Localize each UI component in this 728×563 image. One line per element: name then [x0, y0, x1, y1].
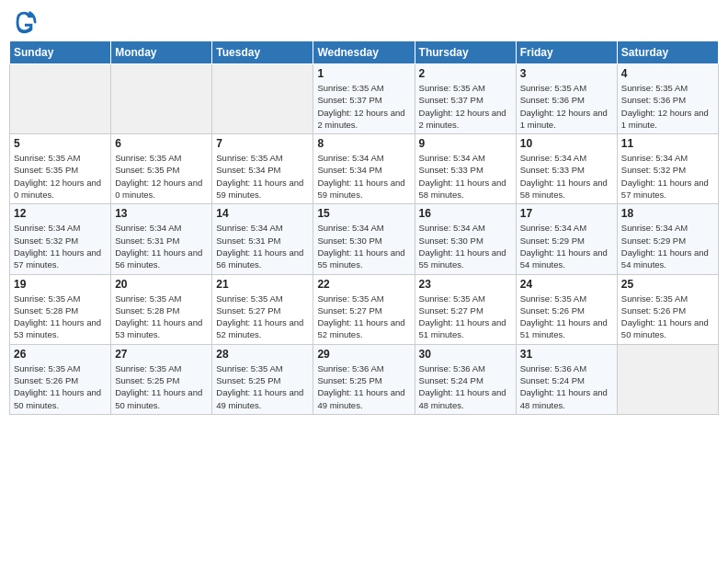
day-number: 10: [520, 137, 613, 150]
calendar-cell: 10Sunrise: 5:34 AM Sunset: 5:33 PM Dayli…: [516, 134, 617, 204]
calendar-cell: 2Sunrise: 5:35 AM Sunset: 5:37 PM Daylig…: [415, 64, 516, 134]
calendar-cell: 18Sunrise: 5:34 AM Sunset: 5:29 PM Dayli…: [617, 204, 718, 274]
day-info: Sunrise: 5:34 AM Sunset: 5:31 PM Dayligh…: [115, 222, 208, 270]
calendar-cell: 24Sunrise: 5:35 AM Sunset: 5:26 PM Dayli…: [516, 274, 617, 344]
day-info: Sunrise: 5:35 AM Sunset: 5:34 PM Dayligh…: [216, 152, 309, 201]
calendar-cell: 16Sunrise: 5:34 AM Sunset: 5:30 PM Dayli…: [415, 204, 516, 274]
weekday-header-sunday: Sunday: [10, 41, 111, 64]
calendar-cell: 9Sunrise: 5:34 AM Sunset: 5:33 PM Daylig…: [415, 134, 516, 204]
calendar-week-1: 5Sunrise: 5:35 AM Sunset: 5:35 PM Daylig…: [10, 134, 719, 204]
weekday-header-friday: Friday: [516, 41, 617, 64]
calendar-cell: 7Sunrise: 5:35 AM Sunset: 5:34 PM Daylig…: [212, 134, 313, 204]
day-number: 15: [317, 207, 410, 220]
day-number: 29: [317, 348, 410, 361]
calendar-cell: 27Sunrise: 5:35 AM Sunset: 5:25 PM Dayli…: [111, 344, 212, 414]
calendar-week-3: 19Sunrise: 5:35 AM Sunset: 5:28 PM Dayli…: [10, 274, 719, 344]
day-number: 11: [621, 137, 714, 150]
day-number: 30: [419, 348, 512, 361]
day-info: Sunrise: 5:35 AM Sunset: 5:25 PM Dayligh…: [216, 362, 309, 411]
weekday-header-wednesday: Wednesday: [313, 41, 415, 64]
calendar-cell: 12Sunrise: 5:34 AM Sunset: 5:32 PM Dayli…: [10, 204, 111, 274]
day-info: Sunrise: 5:34 AM Sunset: 5:31 PM Dayligh…: [216, 222, 309, 270]
calendar-cell: 31Sunrise: 5:36 AM Sunset: 5:24 PM Dayli…: [516, 344, 617, 414]
day-info: Sunrise: 5:34 AM Sunset: 5:29 PM Dayligh…: [520, 222, 613, 270]
weekday-header-thursday: Thursday: [415, 41, 516, 64]
weekday-header-monday: Monday: [111, 41, 212, 64]
calendar-cell: 17Sunrise: 5:34 AM Sunset: 5:29 PM Dayli…: [516, 204, 617, 274]
day-info: Sunrise: 5:36 AM Sunset: 5:24 PM Dayligh…: [419, 362, 512, 411]
day-info: Sunrise: 5:34 AM Sunset: 5:30 PM Dayligh…: [317, 222, 410, 270]
day-info: Sunrise: 5:34 AM Sunset: 5:34 PM Dayligh…: [317, 152, 410, 201]
calendar-cell: 21Sunrise: 5:35 AM Sunset: 5:27 PM Dayli…: [212, 274, 313, 344]
weekday-header-row: SundayMondayTuesdayWednesdayThursdayFrid…: [10, 41, 719, 64]
calendar-cell: 20Sunrise: 5:35 AM Sunset: 5:28 PM Dayli…: [111, 274, 212, 344]
day-info: Sunrise: 5:35 AM Sunset: 5:26 PM Dayligh…: [520, 293, 613, 341]
day-info: Sunrise: 5:36 AM Sunset: 5:25 PM Dayligh…: [317, 362, 410, 411]
calendar-cell: 3Sunrise: 5:35 AM Sunset: 5:36 PM Daylig…: [516, 64, 617, 134]
day-info: Sunrise: 5:35 AM Sunset: 5:26 PM Dayligh…: [621, 293, 714, 341]
day-number: 7: [216, 137, 309, 150]
day-number: 27: [115, 348, 208, 361]
calendar-table: SundayMondayTuesdayWednesdayThursdayFrid…: [9, 40, 719, 415]
day-number: 8: [317, 137, 410, 150]
calendar-cell: 8Sunrise: 5:34 AM Sunset: 5:34 PM Daylig…: [313, 134, 415, 204]
day-number: 1: [317, 67, 410, 80]
day-number: 28: [216, 348, 309, 361]
calendar-cell: 15Sunrise: 5:34 AM Sunset: 5:30 PM Dayli…: [313, 204, 415, 274]
day-number: 24: [520, 278, 613, 291]
calendar-week-4: 26Sunrise: 5:35 AM Sunset: 5:26 PM Dayli…: [10, 344, 719, 414]
day-number: 20: [115, 278, 208, 291]
day-number: 25: [621, 278, 714, 291]
day-info: Sunrise: 5:35 AM Sunset: 5:35 PM Dayligh…: [14, 152, 107, 201]
day-info: Sunrise: 5:34 AM Sunset: 5:29 PM Dayligh…: [621, 222, 714, 270]
calendar-cell: 26Sunrise: 5:35 AM Sunset: 5:26 PM Dayli…: [10, 344, 111, 414]
day-info: Sunrise: 5:35 AM Sunset: 5:36 PM Dayligh…: [621, 82, 714, 131]
day-number: 4: [621, 67, 714, 80]
weekday-header-saturday: Saturday: [617, 41, 718, 64]
calendar-cell: 30Sunrise: 5:36 AM Sunset: 5:24 PM Dayli…: [415, 344, 516, 414]
day-number: 2: [419, 67, 512, 80]
calendar-cell: [617, 344, 718, 414]
calendar-cell: [212, 64, 313, 134]
day-number: 17: [520, 207, 613, 220]
day-number: 21: [216, 278, 309, 291]
calendar-body: 1Sunrise: 5:35 AM Sunset: 5:37 PM Daylig…: [10, 64, 719, 415]
day-info: Sunrise: 5:35 AM Sunset: 5:25 PM Dayligh…: [115, 362, 208, 411]
day-info: Sunrise: 5:36 AM Sunset: 5:24 PM Dayligh…: [520, 362, 613, 411]
day-number: 14: [216, 207, 309, 220]
calendar-cell: 13Sunrise: 5:34 AM Sunset: 5:31 PM Dayli…: [111, 204, 212, 274]
calendar-week-2: 12Sunrise: 5:34 AM Sunset: 5:32 PM Dayli…: [10, 204, 719, 274]
calendar-cell: 6Sunrise: 5:35 AM Sunset: 5:35 PM Daylig…: [111, 134, 212, 204]
day-number: 12: [14, 207, 107, 220]
day-number: 22: [317, 278, 410, 291]
page-header: [9, 9, 719, 35]
calendar-cell: 14Sunrise: 5:34 AM Sunset: 5:31 PM Dayli…: [212, 204, 313, 274]
calendar-cell: 25Sunrise: 5:35 AM Sunset: 5:26 PM Dayli…: [617, 274, 718, 344]
calendar-cell: 29Sunrise: 5:36 AM Sunset: 5:25 PM Dayli…: [313, 344, 415, 414]
day-number: 31: [520, 348, 613, 361]
day-info: Sunrise: 5:35 AM Sunset: 5:26 PM Dayligh…: [14, 362, 107, 411]
day-info: Sunrise: 5:35 AM Sunset: 5:27 PM Dayligh…: [317, 293, 410, 341]
day-info: Sunrise: 5:35 AM Sunset: 5:27 PM Dayligh…: [216, 293, 309, 341]
calendar-cell: [10, 64, 111, 134]
calendar-cell: 22Sunrise: 5:35 AM Sunset: 5:27 PM Dayli…: [313, 274, 415, 344]
calendar-cell: 1Sunrise: 5:35 AM Sunset: 5:37 PM Daylig…: [313, 64, 415, 134]
day-number: 18: [621, 207, 714, 220]
day-number: 5: [14, 137, 107, 150]
calendar-cell: 11Sunrise: 5:34 AM Sunset: 5:32 PM Dayli…: [617, 134, 718, 204]
day-info: Sunrise: 5:34 AM Sunset: 5:33 PM Dayligh…: [419, 152, 512, 201]
logo-icon: [11, 9, 37, 35]
day-number: 13: [115, 207, 208, 220]
day-info: Sunrise: 5:35 AM Sunset: 5:37 PM Dayligh…: [419, 82, 512, 131]
day-info: Sunrise: 5:35 AM Sunset: 5:27 PM Dayligh…: [419, 293, 512, 341]
calendar-cell: 28Sunrise: 5:35 AM Sunset: 5:25 PM Dayli…: [212, 344, 313, 414]
calendar-cell: 5Sunrise: 5:35 AM Sunset: 5:35 PM Daylig…: [10, 134, 111, 204]
day-info: Sunrise: 5:35 AM Sunset: 5:28 PM Dayligh…: [115, 293, 208, 341]
calendar-cell: 19Sunrise: 5:35 AM Sunset: 5:28 PM Dayli…: [10, 274, 111, 344]
calendar-cell: 23Sunrise: 5:35 AM Sunset: 5:27 PM Dayli…: [415, 274, 516, 344]
day-info: Sunrise: 5:34 AM Sunset: 5:32 PM Dayligh…: [14, 222, 107, 270]
logo: [9, 9, 39, 35]
day-number: 3: [520, 67, 613, 80]
day-info: Sunrise: 5:35 AM Sunset: 5:36 PM Dayligh…: [520, 82, 613, 131]
day-number: 6: [115, 137, 208, 150]
